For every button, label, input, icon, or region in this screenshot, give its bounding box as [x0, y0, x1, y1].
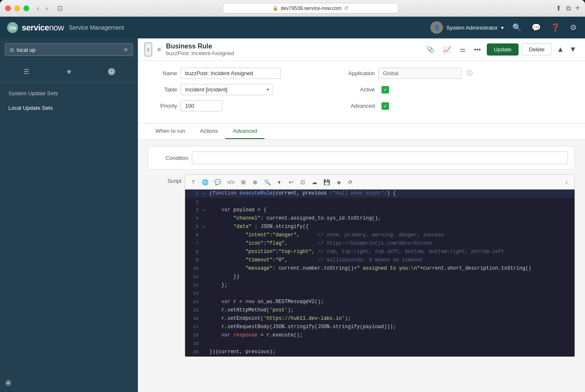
attachment-icon[interactable]: 📎 [424, 43, 437, 56]
code-line-18: 18 var response = r.execute(); [185, 331, 575, 340]
sidebar: ⊞ ✕ ☰ ★ 🕐 System Update Sets Local Updat… [0, 38, 138, 392]
active-checkbox[interactable]: ✓ [382, 86, 389, 94]
priority-label: Priority [148, 103, 177, 109]
forward-button[interactable]: › [43, 4, 50, 13]
form-area: Name Application ⓘ Table Inciden [138, 61, 585, 124]
app-logo: SN servicenow [7, 22, 64, 33]
table-group: Table Incident [incident] ▾ [148, 84, 339, 95]
advanced-checkbox[interactable]: ✓ [382, 102, 389, 110]
close-button[interactable] [5, 5, 11, 11]
app-container: SN servicenow Service Management 👤 Syste… [0, 17, 585, 392]
update-button[interactable]: Update [487, 43, 519, 56]
delete-button[interactable]: Delete [522, 43, 552, 56]
condition-input[interactable] [192, 152, 568, 164]
form-row-3: Priority Advanced ✓ [148, 100, 575, 111]
refresh-tool[interactable]: ⟳ [345, 177, 356, 187]
advanced-label: Advanced [346, 103, 375, 109]
code-line-7: 7 "icon":"flag", // https://blueprintjs.… [185, 240, 575, 248]
search-clear-icon[interactable]: ✕ [123, 46, 128, 53]
mac-titlebar: ‹ › ⊡ 🔒 dev79539.service-now.com ↺ ⬆ ⧉ + [0, 0, 585, 17]
content-area: ‹ ≡ Business Rule buzzPost: Incident Ass… [138, 38, 585, 392]
content-header: ‹ ≡ Business Rule buzzPost: Incident Ass… [138, 38, 585, 61]
sidebar-toggle-button[interactable]: ⊡ [54, 3, 66, 13]
help-icon[interactable]: ❓ [549, 21, 562, 34]
tab-advanced[interactable]: Advanced [225, 124, 265, 139]
earth-tool[interactable]: 🌐 [199, 177, 211, 187]
dropdown-tool[interactable]: ▾ [274, 177, 285, 187]
servicenow-logo-icon: SN [7, 22, 18, 33]
sidebar-item-local-update-sets[interactable]: Local Update Sets [0, 101, 138, 115]
app-title: Service Management [69, 24, 124, 31]
code-line-12: 12 }; [185, 281, 575, 290]
breadcrumb-icon: ≡ [157, 46, 161, 53]
code-line-9: 9 "timeout":"0", // milliseconds, 0 mean… [185, 256, 575, 265]
nav-up-icon[interactable]: ▲ [555, 43, 566, 56]
expand-tool[interactable]: › [561, 177, 572, 187]
logo-text: servicenow [22, 23, 64, 33]
fullscreen-tool[interactable]: ⊡ [298, 177, 308, 187]
back-button[interactable]: ‹ [34, 4, 41, 13]
nav-down-icon[interactable]: ▼ [567, 43, 578, 56]
code-line-5: 5 ▸ "data" : JSON.stringify({ [185, 223, 575, 231]
sidebar-search-input[interactable] [17, 47, 121, 53]
user-section[interactable]: 👤 System Administrator ▾ [430, 21, 504, 34]
info-icon[interactable]: ⓘ [465, 68, 474, 79]
maximize-button[interactable] [23, 5, 29, 11]
tab-content-advanced: Condition Script ? 🌐 💬 </> ⊞ [138, 139, 585, 392]
sidebar-nav: System Update Sets Local Update Sets [0, 83, 138, 373]
tab-when-to-run[interactable]: When to run [148, 124, 193, 139]
code-line-1: 1 ▸ (function executeRule(current, previ… [185, 190, 575, 198]
collapse-icon[interactable]: ◉ [5, 378, 12, 387]
code-editor[interactable]: 1 ▸ (function executeRule(current, previ… [185, 190, 575, 357]
chat-icon[interactable]: 💬 [530, 21, 542, 34]
back-nav-button[interactable]: ‹ [145, 43, 152, 56]
settings-icon[interactable]: ⚙ [568, 21, 578, 34]
mac-toolbar-right: ⬆ ⧉ + [555, 3, 580, 13]
sidebar-star-icon[interactable]: ★ [48, 64, 90, 79]
cloud-tool[interactable]: ☁ [309, 177, 320, 187]
code-line-8: 8 "position":"top-right", // top, top-ri… [185, 248, 575, 256]
search-tool[interactable]: 🔍 [262, 177, 273, 187]
sidebar-item-system-update-sets[interactable]: System Update Sets [0, 86, 138, 101]
minimize-button[interactable] [14, 5, 20, 11]
name-group: Name [148, 68, 339, 79]
sidebar-history-icon[interactable]: 🕐 [90, 64, 133, 79]
filter-icon[interactable]: ⚌ [457, 43, 468, 56]
name-label: Name [148, 70, 177, 76]
code-line-14: 14 var r = new sn_ws.RESTMessageV2(); [185, 298, 575, 306]
active-check-icon: ✓ [382, 86, 389, 94]
code-line-17: 17 r.setRequestBody(JSON.stringify(JSON.… [185, 323, 575, 331]
save-tool[interactable]: 💾 [321, 177, 333, 187]
tab-actions[interactable]: Actions [193, 124, 226, 139]
insert-tool[interactable]: ⊕ [250, 177, 261, 187]
new-tab-icon[interactable]: + [575, 3, 580, 13]
activity-icon[interactable]: 📈 [440, 43, 454, 56]
sidebar-icon-row: ☰ ★ 🕐 [0, 61, 138, 83]
url-box[interactable]: 🔒 dev79539.service-now.com ↺ [223, 3, 398, 13]
priority-input[interactable] [181, 100, 222, 111]
comment-tool[interactable]: 💬 [212, 177, 224, 187]
script-editor: ? 🌐 💬 </> ⊞ ⊕ 🔍 ▾ ↩ ⊡ ☁ 💾 ◈ [185, 175, 575, 357]
tabs-row: When to run Actions Advanced [138, 124, 585, 139]
api-tool[interactable]: ◈ [333, 177, 344, 187]
code-tool[interactable]: </> [224, 177, 237, 187]
undo-tool[interactable]: ↩ [286, 177, 297, 187]
breadcrumb-info: Business Rule buzzPost: Incident Assigne… [166, 43, 419, 56]
name-input[interactable] [181, 68, 281, 79]
duplicate-icon[interactable]: ⧉ [565, 4, 572, 13]
snippet-tool[interactable]: ⊞ [238, 177, 249, 187]
code-line-20: 20 })(current, previous); [185, 348, 575, 357]
main-layout: ⊞ ✕ ☰ ★ 🕐 System Update Sets Local Updat… [0, 38, 585, 392]
sidebar-bottom: ◉ [0, 373, 138, 392]
sidebar-list-icon[interactable]: ☰ [5, 64, 48, 79]
script-label: Script [148, 175, 181, 184]
help-tool[interactable]: ? [188, 177, 198, 187]
table-select[interactable]: Incident [incident] [181, 84, 272, 95]
code-line-6: 6 "intent":"danger", // none, primary, w… [185, 231, 575, 240]
header-right: 👤 System Administrator ▾ 🔍 💬 ❓ ⚙ [430, 21, 578, 34]
form-row-2: Table Incident [incident] ▾ Active ✓ [148, 84, 575, 95]
share-icon[interactable]: ⬆ [555, 3, 562, 13]
search-icon[interactable]: 🔍 [511, 21, 523, 34]
more-icon[interactable]: ••• [471, 43, 483, 56]
reload-icon[interactable]: ↺ [344, 5, 348, 11]
